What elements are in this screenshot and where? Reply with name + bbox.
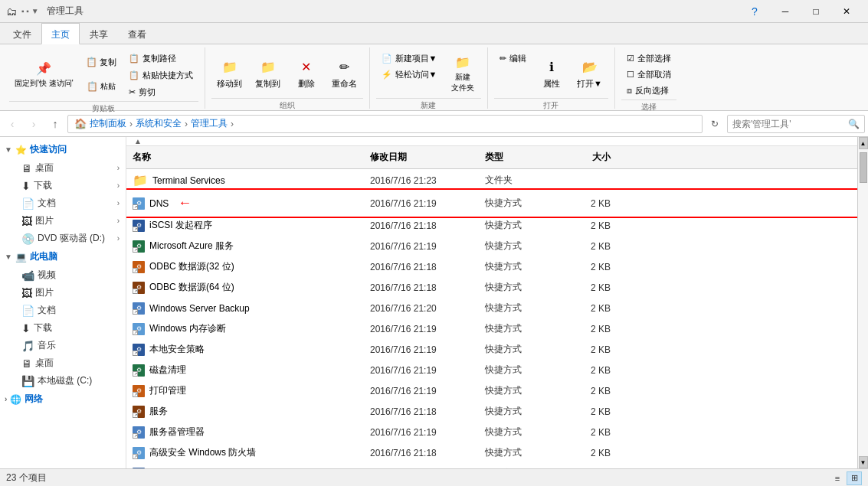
sidebar-item-music[interactable]: 🎵 音乐 — [15, 337, 126, 354]
paste-button[interactable]: 📋 粘贴 — [80, 75, 122, 98]
file-row[interactable]: 📁 Terminal Services 2016/7/16 21:23 文件夹 — [126, 169, 857, 191]
expand-icon-5: › — [117, 234, 120, 243]
sidebar-network-header[interactable]: › 🌐 网络 — [0, 390, 126, 409]
back-button[interactable]: ‹ — [3, 115, 21, 133]
scroll-down-button[interactable]: ▼ — [859, 456, 868, 468]
file-name-text: 服务 — [149, 405, 168, 418]
local-disk-icon: 💾 — [21, 375, 34, 387]
file-size: 2 KB — [555, 426, 617, 439]
tab-file[interactable]: 文件 — [3, 23, 41, 44]
expand-icon-3: › — [117, 199, 120, 207]
file-icon: ⚙ ↗ — [133, 344, 145, 356]
tab-home[interactable]: 主页 — [41, 23, 80, 44]
tab-share[interactable]: 共享 — [80, 23, 118, 44]
pin-to-quick-access-button[interactable]: 📌 固定到'快 速访问' — [9, 51, 79, 96]
sidebar-item-documents[interactable]: 📄 文档 › — [15, 194, 126, 212]
scroll-up-button[interactable]: ▲ — [859, 137, 868, 149]
file-row[interactable]: ⚙ ↗ DNS ← 2016/7/16 21:19 快捷方式 2 KB — [126, 191, 857, 215]
breadcrumb-item-3[interactable]: 管理工具 — [191, 117, 228, 130]
new-item-icon: 📄 — [382, 54, 392, 64]
search-input[interactable] — [732, 119, 845, 129]
column-headers: 名称 修改日期 类型 大小 — [126, 146, 857, 169]
forward-button[interactable]: › — [25, 115, 43, 133]
file-type: 快捷方式 — [479, 238, 555, 254]
rename-button[interactable]: ✏ 重命名 — [326, 51, 363, 96]
sidebar-quick-access-header[interactable]: ▼ ⭐ 快速访问 — [0, 140, 126, 159]
properties-button[interactable]: ℹ 属性 — [533, 51, 570, 96]
large-icons-view-button[interactable]: ⊞ — [847, 471, 862, 485]
open-button[interactable]: 📂 打开▼ — [572, 51, 608, 96]
move-to-button[interactable]: 📁 移动到 — [211, 51, 248, 96]
delete-button[interactable]: ✕ 删除 — [288, 51, 325, 96]
invert-selection-button[interactable]: ⧈ 反向选择 — [621, 83, 676, 98]
file-row[interactable]: ⚙ ↗ 服务 2016/7/16 21:18 快捷方式 2 KB — [126, 401, 857, 422]
col-header-name[interactable]: 名称 — [126, 149, 364, 165]
sidebar-item-downloads[interactable]: ⬇ 下载 › — [15, 177, 126, 194]
sidebar-this-pc-header[interactable]: ▼ 💻 此电脑 — [0, 247, 126, 266]
sidebar-item-videos[interactable]: 📹 视频 — [15, 266, 126, 284]
breadcrumb-item-2[interactable]: 系统和安全 — [136, 117, 182, 130]
file-row[interactable]: ⚙ ↗ 高级安全 Windows 防火墙 2016/7/16 21:18 快捷方… — [126, 442, 857, 463]
refresh-button[interactable]: ↻ — [706, 115, 724, 133]
sidebar-item-dvd[interactable]: 💿 DVD 驱动器 (D:) › — [15, 230, 126, 247]
maximize-button[interactable]: □ — [801, 0, 831, 23]
help-button[interactable]: ? — [739, 0, 770, 23]
file-row[interactable]: ⚙ ↗ Windows 内存诊断 2016/7/16 21:19 快捷方式 2 … — [126, 318, 857, 339]
col-header-date[interactable]: 修改日期 — [364, 149, 479, 165]
scroll-thumb[interactable] — [860, 152, 867, 183]
scrollbar[interactable]: ▲ ▼ — [857, 137, 868, 468]
file-row[interactable]: ⚙ ↗ iSCSI 发起程序 2016/7/16 21:18 快捷方式 2 KB — [126, 215, 857, 236]
file-row[interactable]: ⚙ ↗ 计算机管理 2016/7/16 21:19 快捷方式 2 KB — [126, 463, 857, 468]
easy-access-icon: ⚡ — [382, 70, 392, 80]
col-header-type[interactable]: 类型 — [479, 149, 555, 165]
paste-shortcut-button[interactable]: 📋 粘贴快捷方式 — [123, 67, 198, 83]
copy-button[interactable]: 📋 复制 — [80, 51, 122, 73]
close-button[interactable]: ✕ — [831, 0, 862, 23]
file-type: 文件夹 — [479, 172, 555, 188]
cut-icon: ✂ — [129, 87, 136, 97]
breadcrumb-item-1[interactable]: 控制面板 — [90, 117, 126, 130]
sidebar-item-pc-documents[interactable]: 📄 文档 — [15, 302, 126, 319]
paste-shortcut-icon: 📋 — [129, 70, 139, 80]
tab-view[interactable]: 查看 — [118, 23, 156, 44]
easy-access-button[interactable]: ⚡ 轻松访问▼ — [376, 67, 443, 82]
details-view-button[interactable]: ≡ — [830, 471, 845, 485]
new-item-button[interactable]: 📄 新建项目▼ — [376, 51, 443, 66]
select-none-button[interactable]: ☐ 全部取消 — [621, 67, 676, 82]
copy-path-button[interactable]: 📋 复制路径 — [123, 51, 198, 66]
file-size: 2 KB — [555, 197, 617, 210]
file-date: 2016/7/16 21:20 — [364, 302, 479, 315]
file-name-text: 计算机管理 — [149, 467, 195, 468]
edit-button[interactable]: ✏ 编辑 — [494, 51, 532, 66]
file-size — [555, 179, 617, 182]
cut-button[interactable]: ✂ 剪切 — [123, 84, 198, 99]
file-icon: ⚙ ↗ — [133, 261, 145, 273]
ribbon-group-open: ✏ 编辑 ℹ 属性 📂 打开▼ 打开 — [488, 47, 615, 109]
sidebar-item-pc-downloads[interactable]: ⬇ 下载 — [15, 319, 126, 337]
sidebar-item-pc-pictures[interactable]: 🖼 图片 — [15, 284, 126, 302]
search-box[interactable]: 🔍 — [727, 115, 865, 133]
sidebar-item-pc-desktop[interactable]: 🖥 桌面 — [15, 354, 126, 372]
col-header-size[interactable]: 大小 — [555, 149, 617, 165]
select-all-button[interactable]: ☑ 全部选择 — [621, 51, 676, 66]
file-row[interactable]: ⚙ ↗ Microsoft Azure 服务 2016/7/16 21:19 快… — [126, 236, 857, 256]
this-pc-items: 📹 视频 🖼 图片 📄 文档 ⬇ 下载 🎵 音乐 🖥 桌面 — [0, 266, 126, 390]
file-row[interactable]: ⚙ ↗ 本地安全策略 2016/7/16 21:19 快捷方式 2 KB — [126, 339, 857, 360]
file-row[interactable]: ⚙ ↗ ODBC 数据源(64 位) 2016/7/16 21:18 快捷方式 … — [126, 277, 857, 298]
file-icon: ⚙ ↗ — [133, 385, 145, 397]
new-folder-button[interactable]: 📁 新建文件夹 — [444, 51, 481, 96]
ribbon-group-organize: 📁 移动到 📁 复制到 ✕ 删除 ✏ 重命名 组织 — [205, 47, 370, 109]
file-row[interactable]: ⚙ ↗ 磁盘清理 2016/7/16 21:19 快捷方式 2 KB — [126, 360, 857, 380]
copy-to-button[interactable]: 📁 复制到 — [250, 51, 287, 96]
sidebar-item-pictures[interactable]: 🖼 图片 › — [15, 212, 126, 230]
up-button[interactable]: ↑ — [46, 115, 64, 133]
file-row[interactable]: ⚙ ↗ 服务器管理器 2016/7/16 21:19 快捷方式 2 KB — [126, 422, 857, 442]
breadcrumb[interactable]: 🏠 控制面板 › 系统和安全 › 管理工具 › — [67, 115, 703, 133]
minimize-button[interactable]: ─ — [770, 0, 801, 23]
file-row[interactable]: ⚙ ↗ ODBC 数据源(32 位) 2016/7/16 21:18 快捷方式 … — [126, 256, 857, 277]
file-row[interactable]: ⚙ ↗ Windows Server Backup 2016/7/16 21:2… — [126, 298, 857, 318]
file-date: 2016/7/16 21:23 — [364, 174, 479, 188]
sidebar-item-local-disk[interactable]: 💾 本地磁盘 (C:) — [15, 372, 126, 390]
file-row[interactable]: ⚙ ↗ 打印管理 2016/7/16 21:19 快捷方式 2 KB — [126, 380, 857, 401]
sidebar-item-desktop[interactable]: 🖥 桌面 › — [15, 159, 126, 177]
